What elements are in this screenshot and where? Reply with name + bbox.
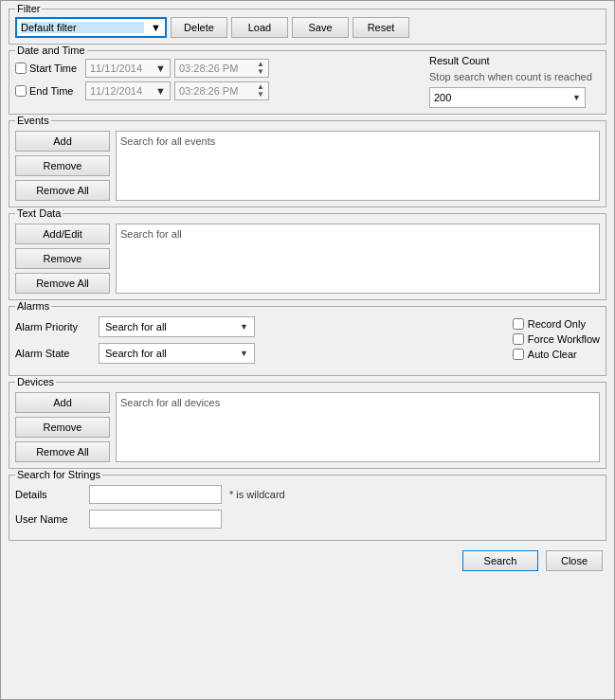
end-time-row: End Time 11/12/2014 ▼ 03:28:26 PM ▲ ▼: [15, 81, 420, 100]
events-search-box: Search for all events: [116, 131, 600, 201]
datetime-left: Start Time 11/11/2014 ▼ 03:28:26 PM ▲ ▼: [15, 55, 420, 100]
username-input[interactable]: [89, 510, 222, 529]
devices-add-button[interactable]: Add: [15, 392, 110, 413]
devices-remove-button[interactable]: Remove: [15, 417, 110, 438]
text-data-remove-all-button[interactable]: Remove All: [15, 273, 110, 294]
devices-remove-all-button[interactable]: Remove All: [15, 441, 110, 462]
alarms-section: Alarms Alarm Priority Search for all ▼ A…: [9, 306, 606, 376]
end-date-arrow[interactable]: ▼: [155, 85, 166, 97]
save-button[interactable]: Save: [292, 17, 349, 38]
devices-buttons: Add Remove Remove All: [15, 392, 110, 462]
delete-button[interactable]: Delete: [171, 17, 227, 38]
bottom-bar: Search Close: [9, 547, 606, 571]
force-workflow-row: Force Workflow: [513, 333, 600, 345]
main-window: Filter ▼ Delete Load Save Reset Date and…: [0, 0, 615, 700]
search-button[interactable]: Search: [462, 550, 538, 571]
search-strings-label: Search for Strings: [15, 469, 102, 480]
result-count-arrow[interactable]: ▼: [572, 93, 581, 102]
devices-content: Add Remove Remove All Search for all dev…: [15, 392, 600, 462]
alarms-content: Alarm Priority Search for all ▼ Alarm St…: [15, 316, 600, 369]
alarm-state-arrow[interactable]: ▼: [240, 349, 248, 358]
devices-search-box: Search for all devices: [116, 392, 600, 462]
result-count-desc: Stop search when count is reached: [429, 70, 600, 83]
filter-dropdown-arrow[interactable]: ▼: [151, 22, 161, 33]
datetime-section: Date and Time Start Time 11/11/2014 ▼ 03…: [9, 50, 606, 115]
start-time-input[interactable]: 03:28:26 PM ▲ ▼: [174, 59, 269, 78]
filter-row: ▼ Delete Load Save Reset: [15, 17, 600, 38]
alarm-state-label: Alarm State: [15, 348, 91, 359]
end-time-input[interactable]: 03:28:26 PM ▲ ▼: [174, 81, 269, 100]
text-data-buttons: Add/Edit Remove Remove All: [15, 224, 110, 294]
alarm-priority-row: Alarm Priority Search for all ▼: [15, 316, 503, 337]
text-data-section: Text Data Add/Edit Remove Remove All Sea…: [9, 213, 606, 300]
filter-select[interactable]: ▼: [15, 17, 167, 38]
start-time-row: Start Time 11/11/2014 ▼ 03:28:26 PM ▲ ▼: [15, 59, 420, 78]
filter-section: Filter ▼ Delete Load Save Reset: [9, 9, 606, 45]
end-time-spinner[interactable]: ▲ ▼: [257, 83, 264, 99]
search-strings-section: Search for Strings Details * is wildcard…: [9, 475, 606, 541]
alarms-left: Alarm Priority Search for all ▼ Alarm St…: [15, 316, 503, 369]
events-label: Events: [15, 115, 51, 126]
filter-label: Filter: [15, 3, 42, 14]
record-only-row: Record Only: [513, 318, 600, 330]
strings-content: Details * is wildcard User Name: [15, 485, 600, 529]
auto-clear-row: Auto Clear: [513, 349, 600, 360]
result-count-title: Result Count: [429, 55, 600, 66]
text-data-search-box: Search for all: [116, 224, 600, 294]
username-label: User Name: [15, 513, 81, 525]
force-workflow-checkbox[interactable]: [513, 333, 524, 345]
start-time-checkbox[interactable]: [15, 63, 27, 74]
text-data-remove-button[interactable]: Remove: [15, 248, 110, 269]
alarm-state-row: Alarm State Search for all ▼: [15, 343, 503, 364]
end-time-label: End Time: [15, 85, 81, 97]
start-time-label: Start Time: [15, 63, 81, 74]
start-date-input[interactable]: 11/11/2014 ▼: [85, 59, 171, 78]
alarm-priority-arrow[interactable]: ▼: [240, 322, 248, 332]
auto-clear-checkbox[interactable]: [513, 349, 524, 360]
start-time-spinner[interactable]: ▲ ▼: [257, 61, 264, 76]
datetime-content: Start Time 11/11/2014 ▼ 03:28:26 PM ▲ ▼: [15, 55, 600, 108]
close-button[interactable]: Close: [546, 550, 603, 571]
start-date-arrow[interactable]: ▼: [155, 63, 166, 74]
text-data-content: Add/Edit Remove Remove All Search for al…: [15, 224, 600, 294]
devices-label: Devices: [15, 376, 56, 387]
datetime-label: Date and Time: [15, 45, 87, 56]
events-remove-all-button[interactable]: Remove All: [15, 180, 110, 201]
devices-section: Devices Add Remove Remove All Search for…: [9, 382, 606, 469]
details-input[interactable]: [89, 485, 222, 504]
alarms-label: Alarms: [15, 300, 51, 312]
alarm-state-select[interactable]: Search for all ▼: [99, 343, 255, 364]
events-section: Events Add Remove Remove All Search for …: [9, 120, 606, 207]
wildcard-note: * is wildcard: [229, 489, 285, 500]
username-row: User Name: [15, 510, 600, 529]
events-add-button[interactable]: Add: [15, 131, 110, 152]
record-only-checkbox[interactable]: [513, 318, 524, 330]
result-count-select[interactable]: 200 ▼: [429, 87, 586, 108]
result-count-area: Result Count Stop search when count is r…: [429, 55, 600, 108]
load-button[interactable]: Load: [231, 17, 288, 38]
end-time-checkbox[interactable]: [15, 85, 27, 97]
alarm-priority-select[interactable]: Search for all ▼: [99, 316, 255, 337]
alarm-priority-label: Alarm Priority: [15, 321, 91, 332]
reset-button[interactable]: Reset: [353, 17, 409, 38]
text-data-label: Text Data: [15, 207, 63, 219]
events-content: Add Remove Remove All Search for all eve…: [15, 131, 600, 201]
events-remove-button[interactable]: Remove: [15, 155, 110, 176]
details-row: Details * is wildcard: [15, 485, 600, 504]
details-label: Details: [15, 489, 81, 500]
text-data-add-edit-button[interactable]: Add/Edit: [15, 224, 110, 244]
end-date-input[interactable]: 11/12/2014 ▼: [85, 81, 171, 100]
events-buttons: Add Remove Remove All: [15, 131, 110, 201]
alarms-right: Record Only Force Workflow Auto Clear: [513, 316, 600, 360]
filter-input[interactable]: [21, 22, 144, 33]
